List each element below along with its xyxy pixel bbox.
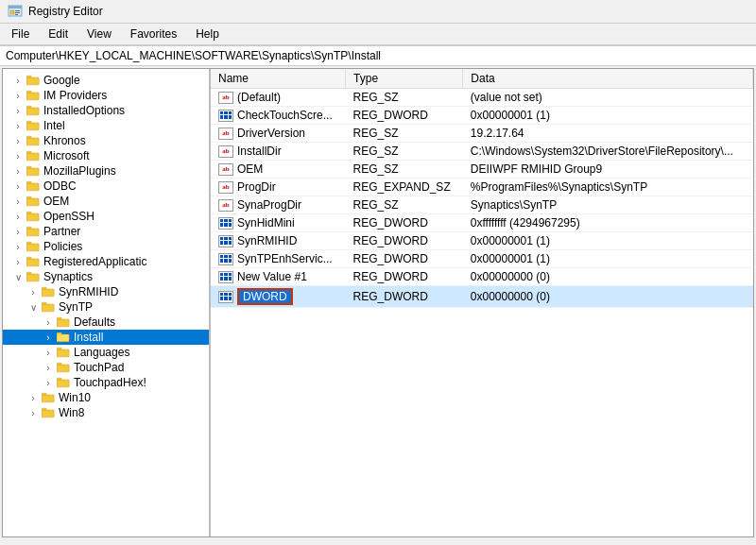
table-row[interactable]: ab(Default)REG_SZ(value not set) [211,89,753,107]
tree-item-label: TouchPad [74,361,124,374]
value-type-cell: REG_DWORD [346,107,463,125]
table-row[interactable]: abOEMREG_SZDEIIWPF RMIHID Group9 [211,161,753,179]
reg-dword-icon [218,110,233,122]
table-row[interactable]: CheckTouchScre...REG_DWORD0x00000001 (1) [211,107,753,125]
regedit-icon [8,4,23,19]
menu-edit[interactable]: Edit [41,26,76,43]
table-row[interactable]: abSynaProgDirREG_SZSynaptics\SynTP [211,196,753,214]
tree-item-synaptics[interactable]: ∨Synaptics [3,269,209,284]
tree-item-label: Khronos [43,134,86,147]
menu-view[interactable]: View [79,26,119,43]
tree-item-win10[interactable]: ›Win10 [3,390,209,405]
value-name-text: InstallDir [237,145,282,158]
address-path: Computer\HKEY_LOCAL_MACHINE\SOFTWARE\Syn… [6,49,381,62]
svg-rect-7 [26,77,39,85]
tree-item-touchpadhex[interactable]: ›TouchpadHex! [3,375,209,390]
tree-item-label: Win8 [59,406,84,419]
reg-sz-icon: ab [218,181,233,194]
menu-help[interactable]: Help [188,26,227,43]
menu-favorites[interactable]: Favorites [123,26,184,43]
svg-rect-27 [26,229,39,236]
table-row[interactable]: abInstallDirREG_SZC:\Windows\System32\Dr… [211,143,753,161]
value-data-cell: 0xffffffff (4294967295) [463,214,753,232]
tree-item-policies[interactable]: ›Policies [3,239,209,254]
expand-arrow: › [10,136,26,146]
svg-rect-49 [42,395,54,402]
table-row[interactable]: SynTPEnhServic...REG_DWORD0x00000001 (1) [211,250,753,268]
svg-rect-19 [26,168,39,176]
value-name-cell: SynTPEnhServic... [211,250,346,268]
folder-icon [26,119,41,132]
tree-item-label: OpenSSH [43,210,94,223]
table-row[interactable]: SynRMIHIDREG_DWORD0x00000001 (1) [211,232,753,250]
tree-panel[interactable]: ›Google›IM Providers›InstalledOptions›In… [3,69,211,536]
tree-item-touchpad[interactable]: ›TouchPad [3,360,209,375]
svg-rect-37 [42,304,54,312]
tree-item-registered-apps[interactable]: ›RegisteredApplicatic [3,254,209,269]
tree-item-label: SynRMIHID [59,285,118,298]
folder-icon [26,255,41,268]
tree-item-label: MozillaPlugins [43,164,116,178]
expand-arrow: › [26,393,41,403]
value-name-cell: New Value #1 [211,268,346,286]
values-table: Name Type Data ab(Default)REG_SZ(value n… [211,69,753,308]
tree-item-odbc[interactable]: ›ODBC [3,179,209,194]
tree-item-intel[interactable]: ›Intel [3,118,209,133]
menu-file[interactable]: File [4,26,37,43]
expand-arrow: › [41,317,56,328]
tree-item-syntp[interactable]: ∨SynTP [3,299,209,315]
tree-item-label: Synaptics [43,270,93,283]
value-data-cell: 0x00000001 (1) [463,250,753,268]
reg-dword-icon [218,291,233,303]
value-type-cell: REG_SZ [346,89,463,107]
svg-rect-4 [15,12,20,13]
svg-rect-45 [57,365,69,372]
table-row[interactable]: New Value #1REG_DWORD0x00000000 (0) [211,268,753,286]
tree-item-oem[interactable]: ›OEM [3,194,209,209]
expand-arrow: › [26,408,41,418]
value-type-cell: REG_SZ [346,161,463,179]
folder-icon [41,406,56,419]
svg-rect-43 [57,349,69,357]
expand-arrow: › [10,106,26,116]
tree-item-defaults[interactable]: ›Defaults [3,315,209,330]
tree-item-install[interactable]: ›Install [3,330,209,345]
table-row[interactable]: SynHidMiniREG_DWORD0xffffffff (429496729… [211,214,753,232]
table-row[interactable]: abProgDirREG_EXPAND_SZ%ProgramFiles%\Syn… [211,179,753,196]
value-name-text: (Default) [237,91,281,104]
value-type-cell: REG_SZ [346,125,463,143]
table-row[interactable]: abDriverVersionREG_SZ19.2.17.64 [211,125,753,143]
svg-rect-2 [10,10,14,14]
svg-rect-5 [15,14,18,15]
tree-item-openssh[interactable]: ›OpenSSH [3,209,209,224]
table-row[interactable]: DWORDREG_DWORD0x00000000 (0) [211,286,753,308]
tree-item-label: InstalledOptions [43,104,125,117]
value-data-cell: 0x00000001 (1) [463,107,753,125]
folder-icon [26,149,41,162]
tree-item-google[interactable]: ›Google [3,73,209,88]
tree-item-khronos[interactable]: ›Khronos [3,133,209,148]
expand-arrow: › [10,91,26,101]
tree-item-installed-options[interactable]: ›InstalledOptions [3,103,209,118]
tree-item-im-providers[interactable]: ›IM Providers [3,88,209,103]
table-header: Name Type Data [211,69,753,89]
value-name-cell: abOEM [211,161,346,179]
expand-arrow: ∨ [26,302,41,313]
value-name-text: ProgDir [237,180,276,194]
folder-icon [26,89,41,102]
svg-rect-29 [26,244,39,251]
tree-item-win8[interactable]: ›Win8 [3,405,209,420]
tree-item-mozilla-plugins[interactable]: ›MozillaPlugins [3,163,209,179]
tree-item-languages[interactable]: ›Languages [3,345,209,360]
tree-item-label: OEM [43,195,69,208]
reg-dword-icon [218,253,233,265]
values-panel[interactable]: Name Type Data ab(Default)REG_SZ(value n… [211,69,753,536]
tree-item-label: TouchpadHex! [74,376,146,389]
tree-item-synrmihid[interactable]: ›SynRMIHID [3,284,209,299]
tree-item-microsoft[interactable]: ›Microsoft [3,148,209,163]
svg-rect-1 [9,6,22,9]
reg-sz-icon: ab [218,128,233,140]
value-name-cell: CheckTouchScre... [211,107,346,125]
tree-item-partner[interactable]: ›Partner [3,224,209,239]
reg-sz-icon: ab [218,92,233,104]
